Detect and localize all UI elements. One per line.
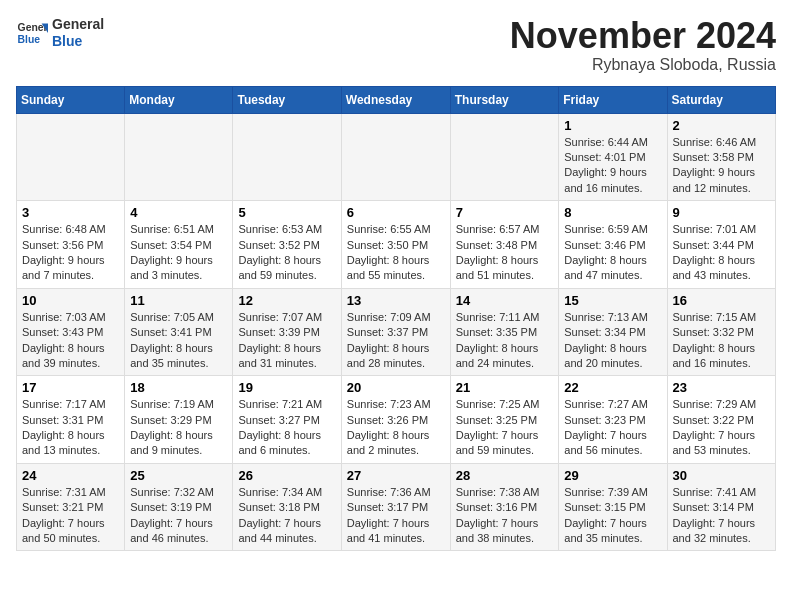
day-info: Sunrise: 6:44 AM Sunset: 4:01 PM Dayligh…: [564, 135, 661, 197]
header-cell-thursday: Thursday: [450, 86, 559, 113]
header-cell-saturday: Saturday: [667, 86, 776, 113]
logo-line1: General: [52, 16, 104, 33]
day-cell: [341, 113, 450, 201]
day-cell: 23Sunrise: 7:29 AM Sunset: 3:22 PM Dayli…: [667, 376, 776, 464]
day-number: 19: [238, 380, 335, 395]
day-info: Sunrise: 7:39 AM Sunset: 3:15 PM Dayligh…: [564, 485, 661, 547]
day-cell: 28Sunrise: 7:38 AM Sunset: 3:16 PM Dayli…: [450, 463, 559, 551]
day-number: 8: [564, 205, 661, 220]
day-cell: 3Sunrise: 6:48 AM Sunset: 3:56 PM Daylig…: [17, 201, 125, 289]
day-cell: 29Sunrise: 7:39 AM Sunset: 3:15 PM Dayli…: [559, 463, 667, 551]
calendar-table: SundayMondayTuesdayWednesdayThursdayFrid…: [16, 86, 776, 552]
day-cell: 15Sunrise: 7:13 AM Sunset: 3:34 PM Dayli…: [559, 288, 667, 376]
day-cell: 16Sunrise: 7:15 AM Sunset: 3:32 PM Dayli…: [667, 288, 776, 376]
day-cell: [233, 113, 341, 201]
day-number: 17: [22, 380, 119, 395]
header: General Blue General Blue November 2024 …: [16, 16, 776, 74]
day-info: Sunrise: 7:41 AM Sunset: 3:14 PM Dayligh…: [673, 485, 771, 547]
day-cell: 5Sunrise: 6:53 AM Sunset: 3:52 PM Daylig…: [233, 201, 341, 289]
day-cell: 17Sunrise: 7:17 AM Sunset: 3:31 PM Dayli…: [17, 376, 125, 464]
day-info: Sunrise: 7:11 AM Sunset: 3:35 PM Dayligh…: [456, 310, 554, 372]
day-number: 14: [456, 293, 554, 308]
week-row-3: 10Sunrise: 7:03 AM Sunset: 3:43 PM Dayli…: [17, 288, 776, 376]
day-info: Sunrise: 7:31 AM Sunset: 3:21 PM Dayligh…: [22, 485, 119, 547]
day-cell: 25Sunrise: 7:32 AM Sunset: 3:19 PM Dayli…: [125, 463, 233, 551]
day-info: Sunrise: 7:05 AM Sunset: 3:41 PM Dayligh…: [130, 310, 227, 372]
logo: General Blue General Blue: [16, 16, 104, 50]
day-info: Sunrise: 7:23 AM Sunset: 3:26 PM Dayligh…: [347, 397, 445, 459]
logo-icon: General Blue: [16, 17, 48, 49]
day-number: 15: [564, 293, 661, 308]
day-info: Sunrise: 7:25 AM Sunset: 3:25 PM Dayligh…: [456, 397, 554, 459]
day-cell: 7Sunrise: 6:57 AM Sunset: 3:48 PM Daylig…: [450, 201, 559, 289]
day-info: Sunrise: 6:57 AM Sunset: 3:48 PM Dayligh…: [456, 222, 554, 284]
day-number: 3: [22, 205, 119, 220]
header-row: SundayMondayTuesdayWednesdayThursdayFrid…: [17, 86, 776, 113]
day-number: 12: [238, 293, 335, 308]
day-info: Sunrise: 7:36 AM Sunset: 3:17 PM Dayligh…: [347, 485, 445, 547]
title-area: November 2024 Rybnaya Sloboda, Russia: [510, 16, 776, 74]
day-info: Sunrise: 6:51 AM Sunset: 3:54 PM Dayligh…: [130, 222, 227, 284]
day-cell: 10Sunrise: 7:03 AM Sunset: 3:43 PM Dayli…: [17, 288, 125, 376]
day-info: Sunrise: 7:29 AM Sunset: 3:22 PM Dayligh…: [673, 397, 771, 459]
day-cell: 12Sunrise: 7:07 AM Sunset: 3:39 PM Dayli…: [233, 288, 341, 376]
day-number: 25: [130, 468, 227, 483]
day-number: 24: [22, 468, 119, 483]
week-row-2: 3Sunrise: 6:48 AM Sunset: 3:56 PM Daylig…: [17, 201, 776, 289]
day-number: 30: [673, 468, 771, 483]
day-info: Sunrise: 7:19 AM Sunset: 3:29 PM Dayligh…: [130, 397, 227, 459]
day-cell: 22Sunrise: 7:27 AM Sunset: 3:23 PM Dayli…: [559, 376, 667, 464]
day-info: Sunrise: 6:53 AM Sunset: 3:52 PM Dayligh…: [238, 222, 335, 284]
day-info: Sunrise: 7:15 AM Sunset: 3:32 PM Dayligh…: [673, 310, 771, 372]
day-cell: 27Sunrise: 7:36 AM Sunset: 3:17 PM Dayli…: [341, 463, 450, 551]
day-cell: [17, 113, 125, 201]
day-number: 27: [347, 468, 445, 483]
day-number: 6: [347, 205, 445, 220]
day-info: Sunrise: 7:27 AM Sunset: 3:23 PM Dayligh…: [564, 397, 661, 459]
day-info: Sunrise: 7:09 AM Sunset: 3:37 PM Dayligh…: [347, 310, 445, 372]
day-info: Sunrise: 6:55 AM Sunset: 3:50 PM Dayligh…: [347, 222, 445, 284]
day-number: 23: [673, 380, 771, 395]
day-cell: 14Sunrise: 7:11 AM Sunset: 3:35 PM Dayli…: [450, 288, 559, 376]
day-number: 9: [673, 205, 771, 220]
day-number: 29: [564, 468, 661, 483]
header-cell-tuesday: Tuesday: [233, 86, 341, 113]
day-cell: 24Sunrise: 7:31 AM Sunset: 3:21 PM Dayli…: [17, 463, 125, 551]
day-cell: 6Sunrise: 6:55 AM Sunset: 3:50 PM Daylig…: [341, 201, 450, 289]
day-cell: 26Sunrise: 7:34 AM Sunset: 3:18 PM Dayli…: [233, 463, 341, 551]
day-cell: [125, 113, 233, 201]
day-info: Sunrise: 6:59 AM Sunset: 3:46 PM Dayligh…: [564, 222, 661, 284]
day-number: 4: [130, 205, 227, 220]
day-info: Sunrise: 7:32 AM Sunset: 3:19 PM Dayligh…: [130, 485, 227, 547]
day-cell: 11Sunrise: 7:05 AM Sunset: 3:41 PM Dayli…: [125, 288, 233, 376]
day-number: 20: [347, 380, 445, 395]
day-info: Sunrise: 7:01 AM Sunset: 3:44 PM Dayligh…: [673, 222, 771, 284]
day-cell: 21Sunrise: 7:25 AM Sunset: 3:25 PM Dayli…: [450, 376, 559, 464]
week-row-1: 1Sunrise: 6:44 AM Sunset: 4:01 PM Daylig…: [17, 113, 776, 201]
day-cell: 20Sunrise: 7:23 AM Sunset: 3:26 PM Dayli…: [341, 376, 450, 464]
week-row-4: 17Sunrise: 7:17 AM Sunset: 3:31 PM Dayli…: [17, 376, 776, 464]
day-cell: 4Sunrise: 6:51 AM Sunset: 3:54 PM Daylig…: [125, 201, 233, 289]
day-info: Sunrise: 6:46 AM Sunset: 3:58 PM Dayligh…: [673, 135, 771, 197]
day-cell: 30Sunrise: 7:41 AM Sunset: 3:14 PM Dayli…: [667, 463, 776, 551]
day-info: Sunrise: 7:13 AM Sunset: 3:34 PM Dayligh…: [564, 310, 661, 372]
day-info: Sunrise: 7:07 AM Sunset: 3:39 PM Dayligh…: [238, 310, 335, 372]
day-number: 21: [456, 380, 554, 395]
day-number: 26: [238, 468, 335, 483]
day-info: Sunrise: 7:21 AM Sunset: 3:27 PM Dayligh…: [238, 397, 335, 459]
day-cell: 2Sunrise: 6:46 AM Sunset: 3:58 PM Daylig…: [667, 113, 776, 201]
header-cell-friday: Friday: [559, 86, 667, 113]
header-cell-wednesday: Wednesday: [341, 86, 450, 113]
day-number: 13: [347, 293, 445, 308]
day-cell: 18Sunrise: 7:19 AM Sunset: 3:29 PM Dayli…: [125, 376, 233, 464]
day-cell: [450, 113, 559, 201]
day-number: 28: [456, 468, 554, 483]
day-info: Sunrise: 7:17 AM Sunset: 3:31 PM Dayligh…: [22, 397, 119, 459]
logo-line2: Blue: [52, 33, 104, 50]
day-info: Sunrise: 7:03 AM Sunset: 3:43 PM Dayligh…: [22, 310, 119, 372]
day-number: 2: [673, 118, 771, 133]
day-cell: 13Sunrise: 7:09 AM Sunset: 3:37 PM Dayli…: [341, 288, 450, 376]
day-number: 16: [673, 293, 771, 308]
day-info: Sunrise: 7:38 AM Sunset: 3:16 PM Dayligh…: [456, 485, 554, 547]
location-title: Rybnaya Sloboda, Russia: [510, 56, 776, 74]
